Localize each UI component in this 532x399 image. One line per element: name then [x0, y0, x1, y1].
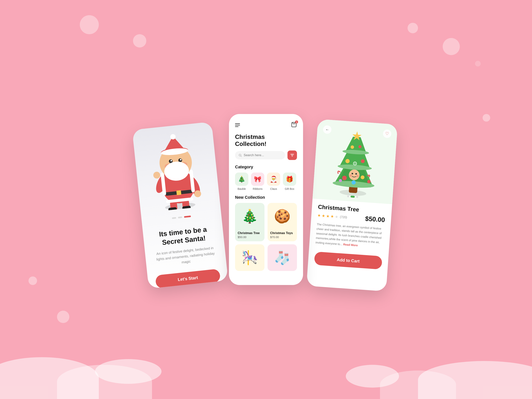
cart-badge: 1 — [295, 120, 298, 124]
phone-product-detail: ← ♡ — [306, 119, 398, 291]
category-ribbons[interactable]: 🎀 Ribbons — [251, 172, 264, 190]
christmas-tree-svg — [324, 125, 386, 198]
giftbox-label: Gift Box — [285, 187, 294, 190]
splash-title: Its time to be a Secret Santa! — [150, 224, 216, 248]
ribbons-icon-box: 🎀 — [251, 172, 264, 186]
collection-header: 1 — [229, 114, 303, 132]
collection-title: Christmas Collection! — [229, 132, 303, 151]
ribbons-label: Ribbons — [253, 187, 262, 190]
tree-info: Christmas Tree $50.00 — [235, 229, 265, 241]
santa-illustration-area — [132, 122, 221, 221]
tree-price: $50.00 — [238, 235, 262, 239]
slide-dot-1 — [347, 195, 349, 197]
category-grid: 🎄 Bauble 🎀 Ribbons 🎅 Claus 🎁 Gift Box — [229, 172, 303, 195]
product-card-stocking[interactable]: 🧦 — [267, 244, 297, 271]
description-text: The Christmas tree, an evergreen symbol … — [315, 222, 382, 246]
svg-point-12 — [153, 171, 161, 179]
santa-svg — [142, 130, 211, 212]
stars-row: ★ ★ ★ ★ ★ (720) — [317, 213, 347, 220]
category-section-title: Category — [229, 165, 303, 172]
toys-name: Christmas Toys — [270, 231, 294, 235]
globe-image: 🎠 — [235, 244, 265, 271]
toys-image: 🍪 — [267, 203, 297, 229]
category-claus[interactable]: 🎅 Claus — [267, 172, 280, 190]
claus-label: Claus — [270, 187, 277, 190]
tree-name: Christmas Tree — [238, 231, 262, 235]
product-card-globe[interactable]: 🎠 — [235, 244, 265, 271]
star-1: ★ — [317, 213, 321, 218]
new-collection-title: New Collection — [229, 195, 303, 203]
search-icon — [238, 153, 242, 157]
menu-button[interactable] — [235, 123, 240, 127]
product-description: The Christmas tree, an evergreen symbol … — [315, 222, 385, 249]
bauble-label: Bauble — [238, 187, 246, 190]
search-bar — [229, 151, 303, 165]
star-2: ★ — [322, 213, 325, 218]
filter-button[interactable] — [287, 151, 297, 160]
claus-icon-box: 🎅 — [267, 172, 280, 186]
cart-button[interactable]: 1 — [291, 122, 297, 128]
product-image-area: ← ♡ — [313, 119, 398, 204]
lets-start-button[interactable]: Let's Start — [155, 269, 221, 289]
product-price: $50.00 — [365, 215, 385, 224]
toys-info: Christmas Toys $70.00 — [267, 229, 297, 241]
phone-splash: Its time to be a Secret Santa! An icon o… — [132, 122, 228, 289]
svg-rect-3 — [176, 190, 181, 195]
slide-dot-2-active — [351, 196, 355, 198]
star-3: ★ — [326, 214, 330, 218]
star-4: ★ — [330, 214, 334, 219]
splash-content: Its time to be a Secret Santa! An icon o… — [142, 219, 228, 289]
product-info: Christmas Tree ★ ★ ★ ★ ★ (720) $50.00 Th… — [309, 199, 392, 257]
star-5: ★ — [335, 214, 339, 219]
search-input-wrapper[interactable] — [235, 151, 285, 159]
collection-grid: 🎄 Christmas Tree $50.00 🍪 Christmas Toys… — [229, 203, 303, 271]
phone-collection: 1 Christmas Collection! Category — [229, 114, 303, 285]
giftbox-icon-box: 🎁 — [283, 172, 296, 186]
splash-subtitle: An icon of festive delight, bedecked in … — [152, 245, 218, 268]
toys-price: $70.00 — [270, 235, 294, 239]
slide-dot-3 — [356, 196, 358, 198]
product-card-toys[interactable]: 🍪 Christmas Toys $70.00 — [267, 203, 297, 241]
search-input[interactable] — [244, 153, 282, 157]
phones-container: Its time to be a Secret Santa! An icon o… — [140, 114, 392, 285]
category-bauble[interactable]: 🎄 Bauble — [235, 172, 248, 190]
filter-icon — [290, 153, 294, 157]
category-giftbox[interactable]: 🎁 Gift Box — [283, 172, 296, 190]
tree-image: 🎄 — [235, 203, 265, 229]
read-more-link[interactable]: Read More — [343, 243, 358, 247]
stocking-image: 🧦 — [267, 244, 297, 271]
svg-point-52 — [353, 162, 357, 165]
reviews-count: (720) — [340, 215, 347, 219]
bauble-icon-box: 🎄 — [235, 172, 248, 186]
svg-line-34 — [241, 156, 241, 157]
product-card-tree[interactable]: 🎄 Christmas Tree $50.00 — [235, 203, 265, 241]
